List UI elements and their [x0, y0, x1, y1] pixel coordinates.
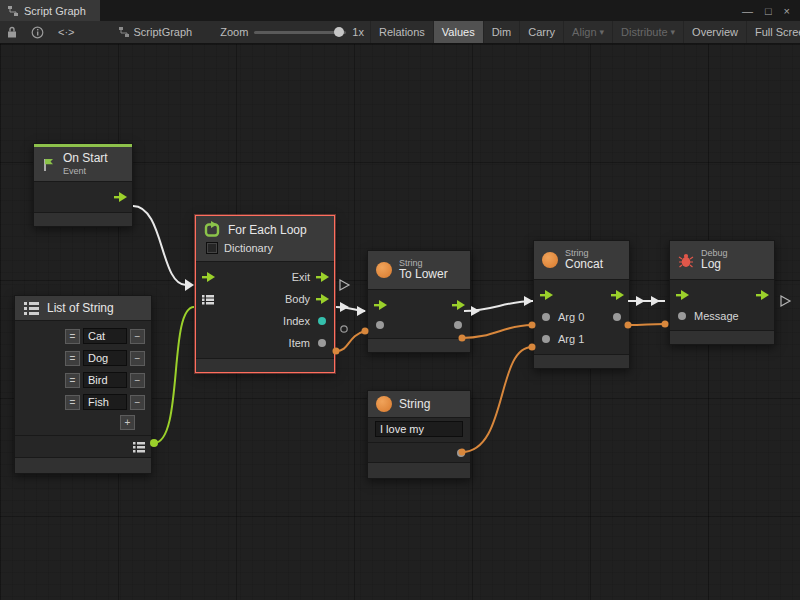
drag-handle[interactable]: = — [65, 373, 80, 388]
body-port-label: Body — [220, 293, 310, 305]
string-type-icon — [376, 396, 392, 412]
flow-in-port[interactable] — [540, 290, 553, 300]
node-header[interactable]: For Each Loop — [196, 216, 334, 240]
node-for-each-loop[interactable]: For Each Loop Dictionary Exit Body Index — [195, 215, 335, 373]
minimize-icon[interactable]: — — [742, 5, 753, 17]
toolbar-buttons: Relations Values Dim Carry Align ▾ Distr… — [370, 21, 800, 43]
node-list-of-string[interactable]: List of String = − = − = − = − — [14, 295, 152, 474]
arg1-in-port[interactable] — [542, 335, 550, 343]
literal-output-row — [368, 442, 470, 462]
code-icon[interactable]: <·> — [51, 21, 82, 43]
carry-button[interactable]: Carry — [519, 21, 563, 43]
tab-script-graph[interactable]: Script Graph — [0, 0, 100, 21]
node-to-lower[interactable]: String To Lower — [367, 250, 471, 353]
graph-icon — [7, 5, 19, 17]
list-in-port[interactable] — [202, 294, 215, 305]
exit-flow-out-port[interactable] — [316, 272, 329, 282]
code-glyph: <·> — [58, 26, 75, 38]
string-type-icon — [542, 252, 558, 268]
result-out-port[interactable] — [454, 321, 462, 329]
list-items: = − = − = − = − + — [15, 320, 151, 435]
dictionary-checkbox[interactable] — [206, 242, 218, 254]
node-ports: Exit Body Index Item — [196, 261, 334, 358]
flag-icon — [42, 157, 56, 172]
item-out-port[interactable] — [318, 339, 326, 347]
list-item-row: = − — [15, 369, 151, 391]
zoom-control: Zoom 1x — [214, 26, 370, 38]
node-ports — [34, 181, 132, 212]
lock-icon[interactable] — [0, 21, 24, 43]
remove-item-button[interactable]: − — [130, 373, 145, 388]
drag-handle[interactable]: = — [65, 395, 80, 410]
close-icon[interactable]: × — [784, 5, 790, 17]
add-item-button[interactable]: + — [120, 415, 135, 430]
overview-button[interactable]: Overview — [683, 21, 746, 43]
list-out-port[interactable] — [132, 441, 146, 453]
arg0-in-port[interactable] — [542, 313, 550, 321]
list-item-input[interactable] — [83, 394, 127, 410]
values-button[interactable]: Values — [433, 21, 483, 43]
drag-handle[interactable]: = — [65, 351, 80, 366]
chevron-down-icon: ▾ — [671, 27, 676, 37]
node-ports — [368, 417, 470, 442]
distribute-button[interactable]: Distribute ▾ — [612, 21, 683, 43]
node-ports: Arg 0 Arg 1 — [534, 279, 629, 354]
zoom-slider-knob[interactable] — [334, 27, 344, 37]
node-header[interactable]: List of String — [15, 296, 151, 320]
drag-handle[interactable]: = — [65, 329, 80, 344]
string-value-input[interactable] — [375, 421, 463, 437]
arg1-label: Arg 1 — [558, 333, 584, 345]
dim-button[interactable]: Dim — [483, 21, 520, 43]
flow-in-port[interactable] — [374, 300, 387, 310]
node-title: For Each Loop — [228, 223, 307, 237]
body-flow-out-port[interactable] — [316, 294, 329, 304]
list-item-input[interactable] — [83, 372, 127, 388]
relations-button[interactable]: Relations — [370, 21, 433, 43]
message-in-port[interactable] — [678, 312, 686, 320]
node-debug-log[interactable]: Debug Log Message — [669, 240, 775, 345]
flow-out-port[interactable] — [452, 300, 465, 310]
node-footer — [534, 354, 629, 368]
remove-item-button[interactable]: − — [130, 351, 145, 366]
node-title: On Start — [63, 152, 108, 166]
node-header[interactable]: Debug Log — [670, 241, 774, 279]
remove-item-button[interactable]: − — [130, 395, 145, 410]
node-concat[interactable]: String Concat Arg 0 Arg 1 — [533, 240, 630, 369]
zoom-slider[interactable] — [254, 31, 346, 34]
zoom-label: Zoom — [220, 26, 248, 38]
align-button[interactable]: Align ▾ — [563, 21, 612, 43]
node-footer — [34, 212, 132, 226]
graph-canvas[interactable]: On Start Event List of String = − = — [0, 44, 800, 600]
graph-name: ScriptGraph — [134, 26, 193, 38]
remove-item-button[interactable]: − — [130, 329, 145, 344]
exit-port-hint — [340, 280, 349, 290]
graph-name-label[interactable]: ScriptGraph — [110, 26, 201, 38]
list-item-input[interactable] — [83, 328, 127, 344]
value-in-port[interactable] — [376, 321, 384, 329]
node-on-start[interactable]: On Start Event — [33, 143, 133, 227]
node-header[interactable]: String Concat — [534, 241, 629, 279]
node-header[interactable]: String — [368, 391, 470, 417]
log-out-hint — [781, 296, 790, 306]
flow-out-port[interactable] — [756, 290, 769, 300]
full-screen-button[interactable]: Full Screen — [746, 21, 800, 43]
node-string-literal[interactable]: String — [367, 390, 471, 479]
toolbar: <·> ScriptGraph Zoom 1x Relations Values… — [0, 21, 800, 44]
result-out-port[interactable] — [613, 313, 621, 321]
flow-in-port[interactable] — [202, 272, 215, 282]
list-item-input[interactable] — [83, 350, 127, 366]
result-out-port[interactable] — [457, 449, 465, 457]
node-header[interactable]: On Start Event — [34, 147, 132, 181]
flow-out-port[interactable] — [611, 290, 624, 300]
index-out-port[interactable] — [318, 317, 326, 325]
string-type-icon — [376, 262, 392, 278]
maximize-icon[interactable]: □ — [765, 5, 772, 17]
flow-out-port[interactable] — [114, 192, 127, 202]
info-icon[interactable] — [24, 21, 51, 43]
flow-in-port[interactable] — [676, 290, 689, 300]
node-header[interactable]: String To Lower — [368, 251, 470, 289]
node-title: String — [399, 397, 430, 411]
dictionary-option: Dictionary — [196, 240, 334, 261]
wire-concat-message — [628, 324, 665, 325]
wire-body-tolower — [336, 307, 365, 311]
